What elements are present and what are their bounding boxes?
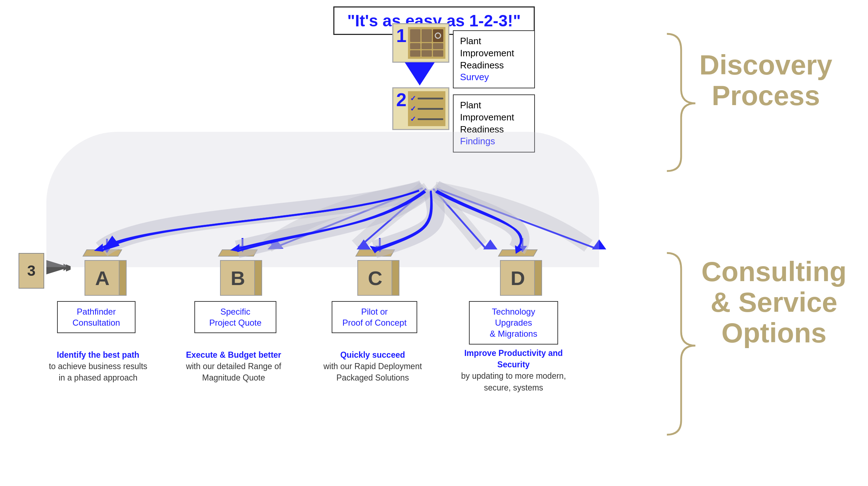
- arrow-icon: [46, 263, 71, 273]
- svg-marker-17: [238, 246, 247, 252]
- option-b-label-text: SpecificProject Quote: [209, 307, 262, 327]
- option-d-desc-rest: by updating to more modern, secure, syst…: [461, 371, 566, 392]
- cube-a: A: [77, 249, 127, 296]
- option-b-label: SpecificProject Quote: [194, 301, 276, 333]
- option-b-desc-bold: Execute & Budget better: [186, 350, 281, 360]
- step1-label: Plant Improvement Readiness Survey: [453, 30, 535, 88]
- consulting-label: Consulting& ServiceOptions: [701, 257, 847, 348]
- svg-marker-21: [518, 246, 527, 252]
- arrow-to-d: [514, 238, 531, 252]
- option-d-label: Technology Upgrades& Migrations: [469, 301, 558, 345]
- step1-card: 1: [392, 23, 449, 63]
- step1-label-blue: Survey: [460, 72, 489, 82]
- option-b-desc: Execute & Budget better with our detaile…: [178, 349, 289, 384]
- svg-marker-13: [66, 264, 71, 272]
- discovery-label: DiscoveryProcess: [699, 50, 832, 111]
- option-c-label: Pilot orProof of Concept: [332, 301, 417, 333]
- cube-a-letter: A: [85, 260, 120, 296]
- step2-number: 2: [393, 88, 408, 129]
- cube-b: B: [212, 249, 262, 296]
- cube-c: C: [349, 249, 399, 296]
- option-a-desc: Identify the best path to achieve busine…: [46, 349, 150, 384]
- option-c-desc-bold: Quickly succeed: [340, 350, 405, 360]
- option-a-desc-rest: to achieve business results in a phased …: [49, 362, 147, 382]
- svg-marker-15: [102, 247, 112, 253]
- option-d-desc-bold: Improve Productivity and Security: [464, 348, 563, 369]
- arrow-to-c: [371, 238, 389, 252]
- option-a-desc-bold: Identify the best path: [57, 350, 139, 360]
- step2-card: 2 ✓ ✓ ✓: [392, 87, 449, 130]
- option-c-desc: Quickly succeed with our Rapid Deploymen…: [317, 349, 428, 384]
- step3-box: 3: [19, 253, 44, 289]
- option-a-label: PathfinderConsultation: [57, 301, 136, 333]
- svg-marker-19: [375, 246, 384, 252]
- down-arrow: [405, 62, 435, 86]
- option-d-label-text: Technology Upgrades& Migrations: [490, 307, 537, 338]
- option-d-desc: Improve Productivity and Security by upd…: [455, 347, 572, 393]
- cube-c-letter: C: [357, 260, 393, 296]
- option-c-label-text: Pilot orProof of Concept: [342, 307, 407, 327]
- option-a-label-text: PathfinderConsultation: [72, 307, 120, 327]
- cube-d: D: [492, 249, 542, 296]
- step3-number: 3: [27, 262, 35, 279]
- step1-number: 1: [393, 24, 408, 62]
- option-c-desc-rest: with our Rapid Deployment Packaged Solut…: [323, 362, 422, 382]
- option-b-desc-rest: with our detailed Range of Magnitude Quo…: [186, 362, 281, 382]
- cube-d-letter: D: [500, 260, 536, 296]
- arrow-to-a: [98, 239, 116, 253]
- cube-b-letter: B: [220, 260, 256, 296]
- arrow-to-b: [234, 238, 251, 252]
